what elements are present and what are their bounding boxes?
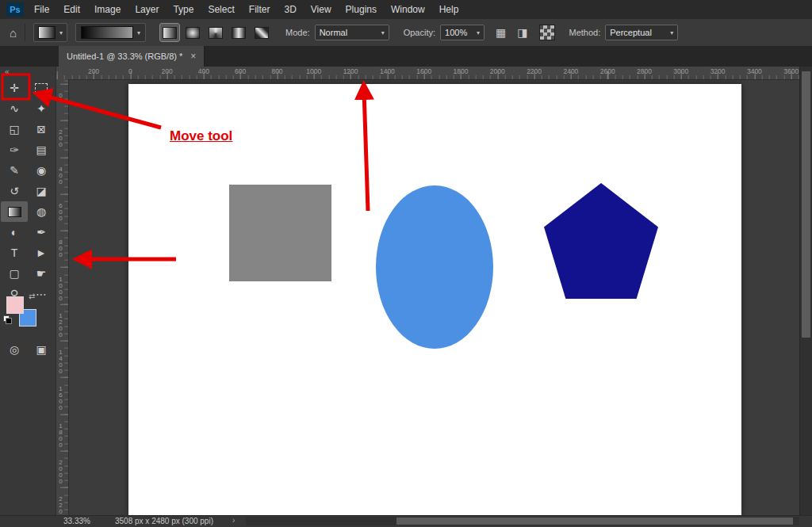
home-icon[interactable]: ⌂ — [10, 26, 17, 40]
horizontal-scrollbar[interactable] — [246, 517, 799, 525]
foreground-color-swatch[interactable] — [6, 296, 24, 314]
brush-tool[interactable]: ✎ — [1, 160, 28, 181]
menu-item-image[interactable]: Image — [87, 0, 128, 19]
quick-mask-button[interactable]: ◎ — [1, 339, 28, 360]
type-tool[interactable]: T — [1, 242, 28, 263]
gradient-radial-button[interactable] — [183, 24, 202, 41]
history-brush-tool[interactable]: ↺ — [1, 181, 28, 201]
gradient-preview — [81, 26, 133, 39]
ruler-v-label: 600 — [57, 202, 64, 221]
gradient-diamond-button[interactable] — [252, 24, 271, 41]
menu-item-plugins[interactable]: Plugins — [339, 0, 384, 19]
reverse-button[interactable]: ◨ — [517, 26, 527, 39]
menu-item-edit[interactable]: Edit — [56, 0, 87, 19]
blur-tool[interactable]: ◍ — [28, 201, 55, 222]
gradient-linear-button[interactable] — [160, 24, 179, 41]
menu-item-layer[interactable]: Layer — [128, 0, 166, 19]
ruler-h-label: 3000 — [673, 67, 688, 75]
eyedropper-tool[interactable]: ✑ — [1, 139, 28, 160]
options-bar: ⌂ ▾ ▾ Mode: Normal ▾ Opacity: 100% ▾ ▦ ◨ — [0, 19, 812, 47]
ruler-v-label: 1800 — [57, 422, 64, 448]
canvas-shape-pentagon — [544, 183, 658, 299]
ruler-vertical[interactable]: 0200400600800100012001400160018002000220… — [56, 79, 69, 515]
move-tool[interactable]: ✛ — [1, 78, 28, 98]
menu-item-type[interactable]: Type — [166, 0, 201, 19]
method-dropdown[interactable]: Perceptual ▾ — [605, 25, 678, 40]
ruler-h-label: 800 — [271, 67, 282, 75]
default-colors-icon[interactable] — [3, 315, 11, 323]
rectangular-marquee-tool-icon — [35, 83, 48, 94]
gradient-type-buttons — [160, 24, 271, 41]
chevron-down-icon: ▾ — [137, 29, 140, 36]
ruler-h-label: 1800 — [454, 67, 469, 75]
mode-dropdown[interactable]: Normal ▾ — [315, 25, 389, 40]
opacity-label: Opacity: — [404, 28, 435, 37]
swap-colors-icon[interactable]: ⇄ — [29, 292, 35, 300]
screen-mode-button[interactable]: ▣ — [28, 339, 55, 360]
document-size-info: 3508 px x 2480 px (300 ppi) — [115, 517, 213, 525]
ruler-h-label: 3200 — [710, 67, 726, 75]
ruler-h-label: 0 — [128, 67, 132, 75]
healing-brush-tool[interactable]: ▤ — [28, 139, 55, 160]
ruler-h-label: 1000 — [306, 67, 321, 75]
document-tab[interactable]: Untitled-1 @ 33.3% (RGB/8) * × — [59, 46, 205, 67]
toolbar-bottom-tools: ◎▣ — [1, 339, 55, 360]
zoom-level-field[interactable]: 33.33% — [63, 517, 90, 525]
chevron-down-icon: ▾ — [670, 29, 673, 36]
toolbar-collapse-button[interactable]: « — [5, 67, 10, 76]
ruler-h-label: 200 — [88, 67, 99, 75]
canvas-shape-ellipse — [376, 185, 493, 349]
gradient-reflected-button[interactable] — [229, 24, 248, 41]
dither-button[interactable]: ▦ — [496, 26, 506, 39]
gradient-angle-button[interactable] — [206, 24, 225, 41]
document-canvas[interactable] — [128, 84, 741, 515]
gradient-picker-dropdown[interactable]: ▾ — [75, 23, 146, 42]
pen-tool[interactable]: ✒ — [28, 222, 55, 242]
ruler-h-label: 2800 — [637, 67, 652, 75]
menu-item-filter[interactable]: Filter — [242, 0, 278, 19]
menu-item-3d[interactable]: 3D — [277, 0, 303, 19]
ruler-horizontal[interactable]: 2000200400600800100012001400160018002000… — [56, 67, 799, 80]
path-selection-tool[interactable]: ► — [28, 242, 55, 263]
close-icon[interactable]: × — [190, 51, 196, 62]
object-selection-tool[interactable]: ✦ — [28, 98, 55, 119]
dodge-tool[interactable]: ◐ — [1, 222, 28, 242]
horizontal-scrollbar-thumb[interactable] — [396, 517, 793, 525]
opacity-dropdown[interactable]: 100% ▾ — [440, 25, 485, 40]
chevron-down-icon: ▾ — [477, 29, 480, 36]
gradient-tool-icon — [8, 207, 21, 217]
eraser-tool[interactable]: ◪ — [28, 181, 55, 201]
lasso-tool[interactable]: ∿ — [1, 98, 28, 119]
gradient-tool[interactable] — [1, 201, 28, 222]
frame-tool[interactable]: ⊠ — [28, 119, 55, 139]
document-tab-title: Untitled-1 @ 33.3% (RGB/8) * — [67, 52, 182, 61]
ruler-v-label: 0 — [57, 92, 64, 98]
menu-item-select[interactable]: Select — [201, 0, 241, 19]
tool-preset-dropdown[interactable]: ▾ — [33, 23, 67, 42]
ruler-h-label: 200 — [162, 67, 173, 75]
diamond-gradient-icon — [255, 27, 269, 39]
ruler-h-label: 600 — [235, 67, 246, 75]
menu-item-window[interactable]: Window — [384, 0, 432, 19]
ruler-h-label: 3400 — [747, 67, 762, 75]
menu-item-help[interactable]: Help — [432, 0, 466, 19]
transparency-button[interactable] — [539, 25, 555, 40]
ruler-v-label: 200 — [57, 128, 64, 147]
hand-tool[interactable]: ☛ — [28, 263, 55, 284]
status-menu-chevron-icon[interactable]: › — [232, 516, 235, 525]
ruler-v-label: 1600 — [57, 385, 64, 411]
menubar-items: FileEditImageLayerTypeSelectFilter3DView… — [27, 0, 465, 19]
vertical-scrollbar-thumb[interactable] — [802, 71, 810, 338]
shape-tool[interactable]: ▢ — [1, 263, 28, 284]
rectangular-marquee-tool[interactable] — [28, 78, 55, 98]
menu-item-file[interactable]: File — [27, 0, 56, 19]
vertical-scrollbar[interactable] — [799, 67, 812, 515]
menu-item-view[interactable]: View — [304, 0, 339, 19]
linear-gradient-icon — [163, 27, 177, 39]
ruler-v-label: 800 — [57, 239, 64, 258]
mode-label: Mode: — [285, 28, 310, 37]
clone-stamp-tool[interactable]: ◉ — [28, 160, 55, 181]
ruler-h-label: 2000 — [490, 67, 505, 75]
ruler-v-label: 400 — [57, 166, 64, 185]
crop-tool[interactable]: ◱ — [1, 119, 28, 139]
